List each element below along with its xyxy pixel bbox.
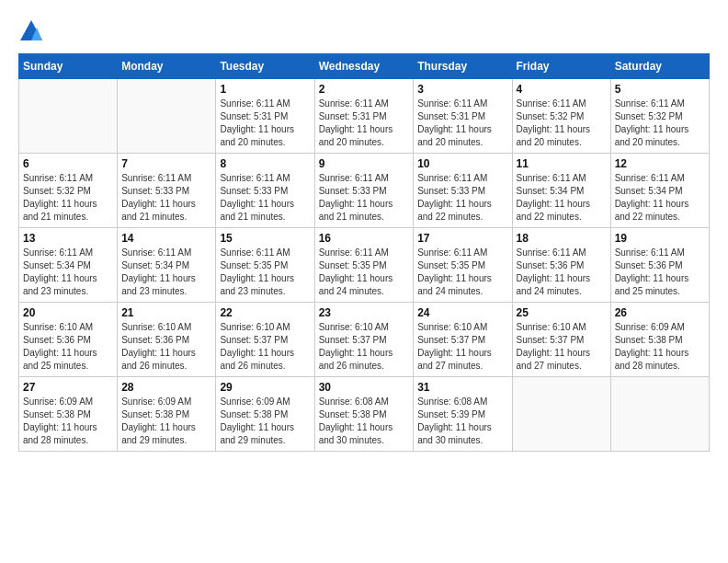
calendar-cell: 6Sunrise: 6:11 AM Sunset: 5:32 PM Daylig… bbox=[19, 154, 118, 228]
day-number: 21 bbox=[121, 306, 211, 319]
day-number: 30 bbox=[319, 381, 410, 394]
calendar-col-wednesday: Wednesday bbox=[314, 54, 414, 79]
page-header bbox=[18, 18, 710, 44]
calendar-cell: 5Sunrise: 6:11 AM Sunset: 5:32 PM Daylig… bbox=[610, 79, 709, 154]
day-info: Sunrise: 6:11 AM Sunset: 5:31 PM Dayligh… bbox=[220, 98, 310, 149]
day-number: 8 bbox=[220, 157, 310, 170]
calendar-cell: 26Sunrise: 6:09 AM Sunset: 5:38 PM Dayli… bbox=[610, 303, 709, 377]
calendar-cell: 25Sunrise: 6:10 AM Sunset: 5:37 PM Dayli… bbox=[512, 303, 610, 377]
day-number: 18 bbox=[517, 232, 607, 245]
day-number: 24 bbox=[417, 306, 507, 319]
day-number: 29 bbox=[220, 381, 310, 394]
day-info: Sunrise: 6:11 AM Sunset: 5:36 PM Dayligh… bbox=[517, 247, 607, 298]
calendar-cell: 11Sunrise: 6:11 AM Sunset: 5:34 PM Dayli… bbox=[512, 154, 610, 228]
calendar-cell: 3Sunrise: 6:11 AM Sunset: 5:31 PM Daylig… bbox=[414, 79, 512, 154]
day-info: Sunrise: 6:11 AM Sunset: 5:35 PM Dayligh… bbox=[319, 247, 410, 298]
day-info: Sunrise: 6:11 AM Sunset: 5:33 PM Dayligh… bbox=[319, 172, 410, 224]
day-number: 13 bbox=[23, 232, 113, 245]
day-info: Sunrise: 6:11 AM Sunset: 5:34 PM Dayligh… bbox=[121, 247, 211, 298]
calendar-cell: 22Sunrise: 6:10 AM Sunset: 5:37 PM Dayli… bbox=[216, 303, 314, 377]
calendar-cell: 19Sunrise: 6:11 AM Sunset: 5:36 PM Dayli… bbox=[610, 228, 709, 303]
day-number: 7 bbox=[121, 157, 211, 170]
day-info: Sunrise: 6:11 AM Sunset: 5:34 PM Dayligh… bbox=[517, 172, 607, 224]
day-number: 2 bbox=[319, 83, 410, 96]
calendar-cell: 9Sunrise: 6:11 AM Sunset: 5:33 PM Daylig… bbox=[314, 154, 414, 228]
day-info: Sunrise: 6:08 AM Sunset: 5:38 PM Dayligh… bbox=[319, 396, 410, 447]
calendar-col-friday: Friday bbox=[512, 54, 610, 79]
calendar-cell: 12Sunrise: 6:11 AM Sunset: 5:34 PM Dayli… bbox=[610, 154, 709, 228]
logo-icon bbox=[18, 18, 44, 44]
calendar-col-saturday: Saturday bbox=[610, 54, 709, 79]
calendar-cell: 10Sunrise: 6:11 AM Sunset: 5:33 PM Dayli… bbox=[414, 154, 512, 228]
calendar-col-thursday: Thursday bbox=[414, 54, 512, 79]
calendar-cell bbox=[512, 377, 610, 452]
calendar-cell bbox=[118, 79, 216, 154]
calendar-cell: 14Sunrise: 6:11 AM Sunset: 5:34 PM Dayli… bbox=[118, 228, 216, 303]
day-info: Sunrise: 6:10 AM Sunset: 5:37 PM Dayligh… bbox=[220, 321, 310, 373]
day-info: Sunrise: 6:11 AM Sunset: 5:31 PM Dayligh… bbox=[417, 98, 507, 149]
calendar-header-row: SundayMondayTuesdayWednesdayThursdayFrid… bbox=[19, 54, 710, 79]
calendar-cell: 20Sunrise: 6:10 AM Sunset: 5:36 PM Dayli… bbox=[19, 303, 118, 377]
day-info: Sunrise: 6:10 AM Sunset: 5:36 PM Dayligh… bbox=[23, 321, 113, 373]
day-info: Sunrise: 6:09 AM Sunset: 5:38 PM Dayligh… bbox=[121, 396, 211, 447]
calendar-cell: 2Sunrise: 6:11 AM Sunset: 5:31 PM Daylig… bbox=[314, 79, 414, 154]
calendar-cell: 15Sunrise: 6:11 AM Sunset: 5:35 PM Dayli… bbox=[216, 228, 314, 303]
calendar-cell: 27Sunrise: 6:09 AM Sunset: 5:38 PM Dayli… bbox=[19, 377, 118, 452]
calendar-cell: 28Sunrise: 6:09 AM Sunset: 5:38 PM Dayli… bbox=[118, 377, 216, 452]
day-number: 10 bbox=[417, 157, 507, 170]
day-info: Sunrise: 6:11 AM Sunset: 5:32 PM Dayligh… bbox=[517, 98, 607, 149]
calendar-cell: 7Sunrise: 6:11 AM Sunset: 5:33 PM Daylig… bbox=[118, 154, 216, 228]
calendar-cell: 4Sunrise: 6:11 AM Sunset: 5:32 PM Daylig… bbox=[512, 79, 610, 154]
calendar-table: SundayMondayTuesdayWednesdayThursdayFrid… bbox=[18, 53, 710, 452]
day-info: Sunrise: 6:11 AM Sunset: 5:32 PM Dayligh… bbox=[615, 98, 705, 149]
day-number: 23 bbox=[319, 306, 410, 319]
day-info: Sunrise: 6:11 AM Sunset: 5:34 PM Dayligh… bbox=[615, 172, 705, 224]
day-number: 4 bbox=[517, 83, 607, 96]
day-number: 20 bbox=[23, 306, 113, 319]
calendar-cell: 18Sunrise: 6:11 AM Sunset: 5:36 PM Dayli… bbox=[512, 228, 610, 303]
day-info: Sunrise: 6:11 AM Sunset: 5:33 PM Dayligh… bbox=[220, 172, 310, 224]
day-info: Sunrise: 6:10 AM Sunset: 5:37 PM Dayligh… bbox=[319, 321, 410, 373]
day-info: Sunrise: 6:11 AM Sunset: 5:36 PM Dayligh… bbox=[615, 247, 705, 298]
day-info: Sunrise: 6:11 AM Sunset: 5:31 PM Dayligh… bbox=[319, 98, 410, 149]
calendar-week-3: 13Sunrise: 6:11 AM Sunset: 5:34 PM Dayli… bbox=[19, 228, 710, 303]
day-number: 9 bbox=[319, 157, 410, 170]
day-info: Sunrise: 6:11 AM Sunset: 5:35 PM Dayligh… bbox=[220, 247, 310, 298]
calendar-cell: 30Sunrise: 6:08 AM Sunset: 5:38 PM Dayli… bbox=[314, 377, 414, 452]
day-number: 19 bbox=[615, 232, 705, 245]
day-number: 26 bbox=[615, 306, 705, 319]
calendar-cell: 13Sunrise: 6:11 AM Sunset: 5:34 PM Dayli… bbox=[19, 228, 118, 303]
day-info: Sunrise: 6:10 AM Sunset: 5:36 PM Dayligh… bbox=[121, 321, 211, 373]
day-number: 12 bbox=[615, 157, 705, 170]
calendar-week-2: 6Sunrise: 6:11 AM Sunset: 5:32 PM Daylig… bbox=[19, 154, 710, 228]
calendar-col-monday: Monday bbox=[118, 54, 216, 79]
day-number: 1 bbox=[220, 83, 310, 96]
day-number: 14 bbox=[121, 232, 211, 245]
calendar-cell: 24Sunrise: 6:10 AM Sunset: 5:37 PM Dayli… bbox=[414, 303, 512, 377]
day-info: Sunrise: 6:11 AM Sunset: 5:32 PM Dayligh… bbox=[23, 172, 113, 224]
day-info: Sunrise: 6:08 AM Sunset: 5:39 PM Dayligh… bbox=[417, 396, 507, 447]
calendar-cell: 17Sunrise: 6:11 AM Sunset: 5:35 PM Dayli… bbox=[414, 228, 512, 303]
day-number: 5 bbox=[615, 83, 705, 96]
day-number: 28 bbox=[121, 381, 211, 394]
calendar-cell: 8Sunrise: 6:11 AM Sunset: 5:33 PM Daylig… bbox=[216, 154, 314, 228]
day-info: Sunrise: 6:09 AM Sunset: 5:38 PM Dayligh… bbox=[23, 396, 113, 447]
day-info: Sunrise: 6:11 AM Sunset: 5:35 PM Dayligh… bbox=[417, 247, 507, 298]
calendar-cell: 21Sunrise: 6:10 AM Sunset: 5:36 PM Dayli… bbox=[118, 303, 216, 377]
day-number: 11 bbox=[517, 157, 607, 170]
calendar-week-5: 27Sunrise: 6:09 AM Sunset: 5:38 PM Dayli… bbox=[19, 377, 710, 452]
day-number: 31 bbox=[417, 381, 507, 394]
day-number: 25 bbox=[517, 306, 607, 319]
calendar-cell: 31Sunrise: 6:08 AM Sunset: 5:39 PM Dayli… bbox=[414, 377, 512, 452]
day-info: Sunrise: 6:09 AM Sunset: 5:38 PM Dayligh… bbox=[615, 321, 705, 373]
calendar-cell: 1Sunrise: 6:11 AM Sunset: 5:31 PM Daylig… bbox=[216, 79, 314, 154]
calendar-cell: 23Sunrise: 6:10 AM Sunset: 5:37 PM Dayli… bbox=[314, 303, 414, 377]
day-info: Sunrise: 6:11 AM Sunset: 5:34 PM Dayligh… bbox=[23, 247, 113, 298]
calendar-week-4: 20Sunrise: 6:10 AM Sunset: 5:36 PM Dayli… bbox=[19, 303, 710, 377]
day-number: 16 bbox=[319, 232, 410, 245]
day-info: Sunrise: 6:11 AM Sunset: 5:33 PM Dayligh… bbox=[417, 172, 507, 224]
calendar-col-tuesday: Tuesday bbox=[216, 54, 314, 79]
day-number: 15 bbox=[220, 232, 310, 245]
day-info: Sunrise: 6:09 AM Sunset: 5:38 PM Dayligh… bbox=[220, 396, 310, 447]
calendar-cell bbox=[610, 377, 709, 452]
